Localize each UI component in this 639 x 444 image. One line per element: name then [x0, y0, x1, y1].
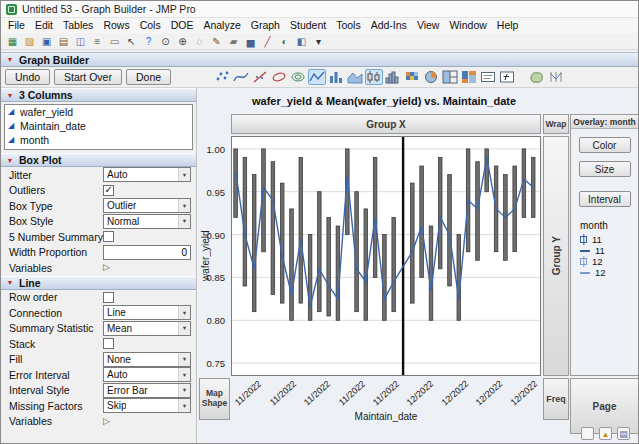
- column-item[interactable]: Maintain_date: [5, 119, 192, 133]
- element-icon-formula[interactable]: [498, 69, 516, 85]
- menu-item[interactable]: File: [3, 18, 30, 33]
- legend-entry[interactable]: 12: [580, 267, 638, 278]
- menu-item[interactable]: Student: [285, 18, 331, 33]
- zone-map-shape[interactable]: Map Shape: [199, 378, 230, 420]
- zone-wrap[interactable]: Wrap: [543, 114, 569, 134]
- element-icon-parallel[interactable]: [547, 69, 565, 85]
- element-icon-ellipse[interactable]: [270, 69, 288, 85]
- menu-item[interactable]: Graph: [246, 18, 285, 33]
- error-interval-select[interactable]: Auto: [103, 367, 191, 382]
- annotate-pencil-icon[interactable]: ✎: [209, 34, 224, 48]
- legend-marker-icon: [580, 272, 590, 274]
- five-number-checkbox[interactable]: [103, 231, 114, 242]
- element-icon-histogram[interactable]: [384, 69, 402, 85]
- element-icon-pie[interactable]: [422, 69, 440, 85]
- layout-icon[interactable]: ◫: [73, 34, 88, 48]
- color-zone-button[interactable]: Color: [579, 137, 631, 153]
- menu-item[interactable]: Analyze: [198, 18, 245, 33]
- row-order-checkbox[interactable]: [103, 292, 114, 303]
- legend-entry[interactable]: 11: [580, 245, 638, 256]
- info-icon[interactable]: i: [581, 427, 594, 440]
- script-icon[interactable]: ≡: [90, 34, 105, 48]
- plot-area[interactable]: [231, 136, 541, 376]
- undo-button[interactable]: Undo: [5, 69, 50, 85]
- lasso-icon[interactable]: ◌: [192, 34, 207, 48]
- element-icon-area[interactable]: [346, 69, 364, 85]
- box-style-select[interactable]: Normal: [103, 214, 191, 229]
- brush-icon[interactable]: ▰: [226, 34, 241, 48]
- element-icon-mosaic[interactable]: [460, 69, 478, 85]
- fit-y-by-x-icon[interactable]: ╱: [260, 34, 275, 48]
- plot-frame[interactable]: [231, 136, 541, 376]
- menu-item[interactable]: Window: [444, 18, 491, 33]
- menu-item[interactable]: Tables: [58, 18, 98, 33]
- zone-page[interactable]: Page: [570, 378, 639, 434]
- zone-overlay[interactable]: Overlay: month: [571, 115, 638, 129]
- column-item[interactable]: wafer_yield: [5, 105, 192, 119]
- stack-checkbox[interactable]: [103, 338, 114, 349]
- zone-group-y[interactable]: Group Y: [543, 136, 569, 376]
- width-proportion-input[interactable]: [103, 245, 191, 260]
- disclosure-triangle-icon[interactable]: [103, 417, 110, 426]
- toolbar-overflow-icon[interactable]: ▾: [311, 34, 326, 48]
- menu-item[interactable]: Edit: [30, 18, 58, 33]
- x-axis-title[interactable]: Maintain_date: [231, 411, 541, 422]
- red-triangle-icon[interactable]: [5, 156, 15, 165]
- menu-item[interactable]: Add-Ins: [366, 18, 412, 33]
- zone-freq[interactable]: Freq: [543, 378, 569, 420]
- jitter-select[interactable]: Auto: [103, 167, 191, 182]
- missing-factors-select[interactable]: Skip: [103, 398, 191, 413]
- element-icon-contour[interactable]: [289, 69, 307, 85]
- graph-icon[interactable]: ◐: [277, 34, 292, 48]
- alert-icon[interactable]: ▴: [599, 427, 612, 440]
- new-data-table-icon[interactable]: ▦: [5, 34, 20, 48]
- menu-item[interactable]: View: [412, 18, 445, 33]
- legend-title: month: [580, 220, 638, 231]
- menu-item[interactable]: Cols: [135, 18, 166, 33]
- open-icon[interactable]: ▨: [22, 34, 37, 48]
- element-icon-bar[interactable]: [327, 69, 345, 85]
- element-icon-line[interactable]: [308, 69, 326, 85]
- crosshair-icon[interactable]: ⊕: [175, 34, 190, 48]
- red-triangle-icon[interactable]: [5, 55, 15, 64]
- done-button[interactable]: Done: [126, 69, 171, 85]
- fill-select[interactable]: None: [103, 352, 191, 367]
- element-icon-points[interactable]: [213, 69, 231, 85]
- element-icon-box-plot[interactable]: [365, 69, 383, 85]
- legend-entry[interactable]: 12: [580, 256, 638, 267]
- element-icon-caption-box[interactable]: [479, 69, 497, 85]
- magnifier-icon[interactable]: ⊙: [158, 34, 173, 48]
- element-icon-heatmap[interactable]: [403, 69, 421, 85]
- interval-zone-button[interactable]: Interval: [579, 191, 631, 207]
- menu-item[interactable]: Help: [492, 18, 524, 33]
- start-over-button[interactable]: Start Over: [54, 69, 122, 85]
- element-icon-line-of-fit[interactable]: [251, 69, 269, 85]
- table-window-icon[interactable]: ◧: [294, 34, 309, 48]
- interval-style-select[interactable]: Error Bar: [103, 383, 191, 398]
- element-icon-smoother[interactable]: [232, 69, 250, 85]
- chart-title[interactable]: wafer_yield & Mean(wafer_yield) vs. Main…: [198, 95, 570, 107]
- window-icon[interactable]: ▭: [107, 34, 122, 48]
- help-icon[interactable]: ?: [141, 34, 156, 48]
- disclosure-triangle-icon[interactable]: [103, 263, 110, 272]
- red-triangle-icon[interactable]: [5, 91, 15, 100]
- column-item[interactable]: month: [5, 133, 192, 147]
- summary-statistic-select[interactable]: Mean: [103, 321, 191, 336]
- log-icon[interactable]: ▤: [617, 427, 630, 440]
- connection-select[interactable]: Line: [103, 305, 191, 320]
- element-icon-map-shapes[interactable]: [528, 69, 546, 85]
- save-icon[interactable]: ▣: [39, 34, 54, 48]
- menu-item[interactable]: Rows: [98, 18, 134, 33]
- journal-icon[interactable]: ▤: [56, 34, 71, 48]
- red-triangle-icon[interactable]: [5, 278, 15, 287]
- box-type-select[interactable]: Outlier: [103, 198, 191, 213]
- menu-item[interactable]: Tools: [331, 18, 366, 33]
- size-zone-button[interactable]: Size: [579, 161, 631, 177]
- outliers-checkbox[interactable]: [103, 185, 114, 196]
- zone-group-x[interactable]: Group X: [231, 114, 541, 134]
- arrow-tool-icon[interactable]: ↖: [124, 34, 139, 48]
- distribution-icon[interactable]: ▅: [243, 34, 258, 48]
- menu-item[interactable]: DOE: [166, 18, 199, 33]
- element-icon-treemap[interactable]: [441, 69, 459, 85]
- legend-entry[interactable]: 11: [580, 234, 638, 245]
